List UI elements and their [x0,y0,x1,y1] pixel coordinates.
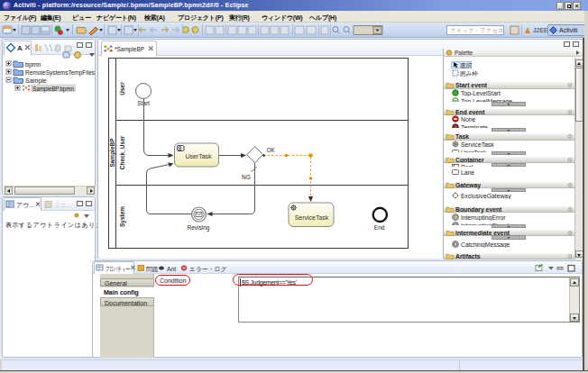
svg-text:SampleBP.bpmn: SampleBP.bpmn [32,86,74,93]
svg-text:UserTask: UserTask [185,153,212,159]
svg-text:OK: OK [267,147,276,153]
svg-text:Pool: Pool [461,164,473,167]
svg-text:Task: Task [455,133,469,140]
svg-text:Top-LevelStart: Top-LevelStart [461,89,501,96]
svg-text:SampleBP: SampleBP [109,138,116,168]
svg-text:Top-LevelMessage: Top-LevelMessage [461,97,512,101]
svg-text:ServiceTask: ServiceTask [295,214,329,221]
svg-text:CatchingMessage: CatchingMessage [461,241,510,248]
svg-text:Boundary event: Boundary event [455,206,502,214]
svg-text:Palette: Palette [455,50,473,56]
svg-text:NG: NG [242,174,251,180]
svg-text:Start event: Start event [455,82,488,88]
svg-text:*SampleBP: *SampleBP [115,45,144,53]
svg-text:選択: 選択 [460,62,473,68]
svg-text:InterruptingError: InterruptingError [461,214,506,221]
svg-text:囲み枠: 囲み枠 [460,70,478,77]
svg-text:Sample: Sample [25,77,47,85]
svg-text:RemoteSystemsTempFiles: RemoteSystemsTempFiles [25,69,95,77]
svg-text:Revising: Revising [188,224,210,232]
svg-text:ミニ...: ミニ... [54,202,72,208]
svg-text:ExclusiveGateway: ExclusiveGateway [461,192,511,199]
svg-text:Check_User: Check_User [119,135,125,169]
svg-text:クイック・アクセス: クイック・アクセス [450,27,504,33]
svg-text:Artifacts: Artifacts [455,253,481,259]
svg-text:A: A [17,44,23,52]
svg-text:アウ...: アウ... [16,202,34,208]
svg-text:J2EE: J2EE [533,27,548,33]
svg-text:Ant: Ant [167,266,176,272]
svg-text:プロパティー: プロパティー [106,266,130,272]
svg-text:Lane: Lane [461,168,474,175]
svg-text:Container: Container [455,157,484,163]
svg-text:System: System [119,206,126,227]
svg-text:問題: 問題 [146,266,159,273]
svg-text:User: User [119,82,125,96]
svg-text:Gateway: Gateway [455,182,481,189]
svg-text:UserTask: UserTask [461,149,487,151]
svg-text:None: None [461,116,475,123]
svg-text:End: End [374,224,385,231]
svg-text:エラー・ログ: エラー・ログ [189,266,226,272]
svg-text:bpmn: bpmn [25,61,41,68]
svg-text:End event: End event [455,109,485,115]
svg-text:ServiceTask: ServiceTask [461,141,494,147]
svg-text:Terminate: Terminate [461,124,488,128]
